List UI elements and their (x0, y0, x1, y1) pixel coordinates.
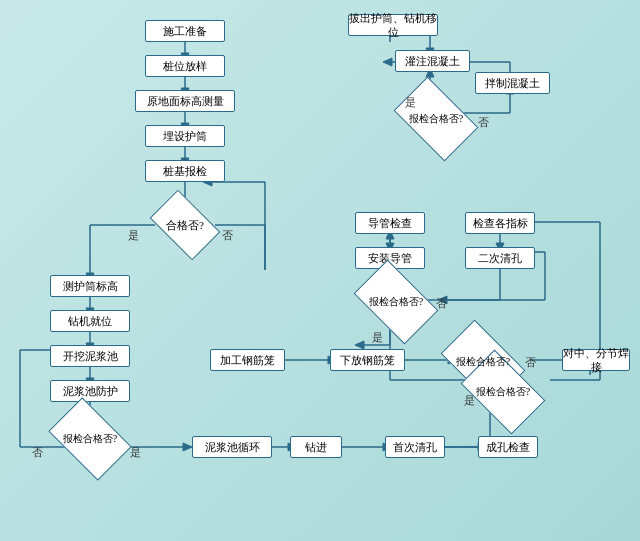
diamond-报检合格否4: 报检合格否? (360, 278, 432, 326)
box-泥浆池防护: 泥浆池防护 (50, 380, 130, 402)
box-开挖泥浆池: 开挖泥浆池 (50, 345, 130, 367)
box-灌注混凝土: 灌注混凝土 (395, 50, 470, 72)
label-是1: 是 (128, 228, 139, 243)
box-原地面标高测量: 原地面标高测量 (135, 90, 235, 112)
label-否2: 否 (32, 445, 43, 460)
label-是2: 是 (130, 445, 141, 460)
label-否1: 否 (222, 228, 233, 243)
svg-marker-24 (183, 443, 192, 451)
label-是5: 是 (405, 95, 416, 110)
box-成孔检查: 成孔检查 (478, 436, 538, 458)
box-导管检查: 导管检查 (355, 212, 425, 234)
svg-marker-63 (383, 58, 392, 66)
box-拔出护筒钻机移位: 拔出护筒、钻机移位 (348, 14, 438, 36)
diamond-报检合格否3: 报检合格否? (467, 368, 539, 416)
box-加工钢筋笼: 加工钢筋笼 (210, 349, 285, 371)
box-检查各指标: 检查各指标 (465, 212, 535, 234)
box-测护筒标高: 测护筒标高 (50, 275, 130, 297)
box-钻机就位: 钻机就位 (50, 310, 130, 332)
box-桩基报检: 桩基报检 (145, 160, 225, 182)
box-拌制混凝土: 拌制混凝土 (475, 72, 550, 94)
box-泥浆池循环: 泥浆池循环 (192, 436, 272, 458)
label-是4: 是 (372, 330, 383, 345)
box-施工准备: 施工准备 (145, 20, 225, 42)
svg-marker-57 (355, 341, 364, 349)
box-下放钢筋笼: 下放钢筋笼 (330, 349, 405, 371)
box-桩位放样: 桩位放样 (145, 55, 225, 77)
diamond-报检合格否1: 报检合格否? (55, 415, 125, 463)
box-对中分节焊接: 对中、分节焊接 (562, 349, 630, 371)
flowchart-container: 施工准备 桩位放样 原地面标高测量 埋设护筒 桩基报检 合格否? 是 否 测护筒… (0, 0, 640, 541)
box-钻进: 钻进 (290, 436, 342, 458)
box-二次清孔: 二次清孔 (465, 247, 535, 269)
box-首次清孔: 首次清孔 (385, 436, 445, 458)
label-否5: 否 (478, 115, 489, 130)
diamond-合格否: 合格否? (155, 205, 215, 245)
label-否4: 否 (436, 296, 447, 311)
box-埋设护筒: 埋设护筒 (145, 125, 225, 147)
